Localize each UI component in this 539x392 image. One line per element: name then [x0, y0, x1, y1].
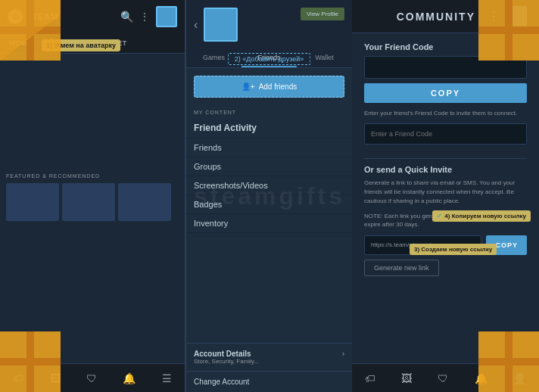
corner-ribbon-bl [0, 331, 61, 392]
list-item-groups[interactable]: Groups [186, 157, 352, 176]
right-content: Your Friend Code COPY Enter your friend'… [352, 33, 539, 363]
menu-dots-icon[interactable]: ⋮ [139, 11, 150, 23]
account-details-sub: Store, Security, Family... [194, 358, 344, 365]
list-item-friend-activity[interactable]: Friend Activity [186, 118, 352, 138]
community-title: COMMUNITY [397, 11, 481, 23]
profile-header: ‹ View Profile [186, 0, 352, 49]
corner-ribbon-tl [0, 0, 61, 61]
change-account[interactable]: Change Account [186, 371, 352, 392]
annotation-2: 2) «Добавить друзей» [228, 53, 311, 65]
profile-avatar [204, 8, 238, 42]
quick-invite-text: Generate a link to share via email or SM… [364, 179, 527, 206]
list-item-friends[interactable]: Friends [186, 138, 352, 157]
svg-rect-6 [478, 26, 539, 34]
chevron-right-icon: › [342, 350, 344, 358]
svg-rect-12 [478, 358, 539, 366]
divider [364, 158, 527, 159]
friend-code-helper: Enter your friend's Friend Code to invit… [364, 109, 527, 117]
back-arrow-icon[interactable]: ‹ [194, 18, 198, 32]
list-item-inventory[interactable]: Inventory [186, 214, 352, 233]
search-icon[interactable]: 🔍 [120, 11, 133, 23]
list-item-screenshots[interactable]: Screenshots/Videos [186, 176, 352, 195]
shield-icon-right[interactable]: 🛡 [438, 372, 448, 384]
copy-friend-code-button[interactable]: COPY [364, 83, 527, 103]
quick-invite-title: Or send a Quick Invite [364, 165, 527, 174]
my-content-label: MY CONTENT [186, 105, 352, 118]
tag-icon-right[interactable]: 🏷 [365, 372, 375, 384]
corner-ribbon-br [478, 331, 539, 392]
add-friends-button[interactable]: 👤+ Add friends [194, 76, 344, 98]
image-icon-right[interactable]: 🖼 [401, 372, 412, 384]
content-list: Friend Activity Friends Groups Screensho… [186, 118, 352, 343]
avatar-button[interactable] [156, 6, 177, 27]
enter-friend-code-input[interactable] [364, 123, 527, 145]
featured-item-3[interactable] [118, 183, 171, 221]
generate-link-button[interactable]: Generate new link [364, 260, 439, 276]
featured-item-1[interactable] [6, 183, 59, 221]
add-friends-icon: 👤+ [241, 82, 255, 91]
annotation-3: 3) Создаем новую ссылку [410, 244, 497, 255]
shield-icon[interactable]: 🛡 [86, 372, 97, 384]
annotation-4: 4) Копируем новую ссылку [432, 210, 531, 222]
account-details-title: Account Details [194, 350, 344, 358]
menu-icon[interactable]: ☰ [162, 372, 172, 384]
left-content: FEATURED & RECOMMENDED [0, 54, 185, 363]
account-details[interactable]: › Account Details Store, Security, Famil… [186, 343, 352, 371]
main-container: ⚙ STEAM 🔍 ⋮ MENU | WISHLIST | WALLET 1) … [0, 0, 539, 392]
generate-wrapper: 3) Создаем новую ссылку Generate new lin… [364, 260, 527, 276]
add-friends-label: Add friends [259, 82, 298, 91]
bell-icon[interactable]: 🔔 [123, 372, 136, 384]
featured-item-2[interactable] [62, 183, 115, 221]
featured-label: FEATURED & RECOMMENDED [6, 173, 179, 179]
note-wrapper: NOTE: Each link you generate for sharing… [364, 212, 527, 229]
middle-panel: ‹ View Profile 2) «Добавить друзей» Game… [185, 0, 352, 392]
list-item-badges[interactable]: Badges [186, 195, 352, 214]
view-profile-button[interactable]: View Profile [301, 8, 344, 20]
corner-ribbon-tr [478, 0, 539, 61]
svg-rect-9 [0, 358, 61, 366]
featured-items [6, 183, 179, 221]
